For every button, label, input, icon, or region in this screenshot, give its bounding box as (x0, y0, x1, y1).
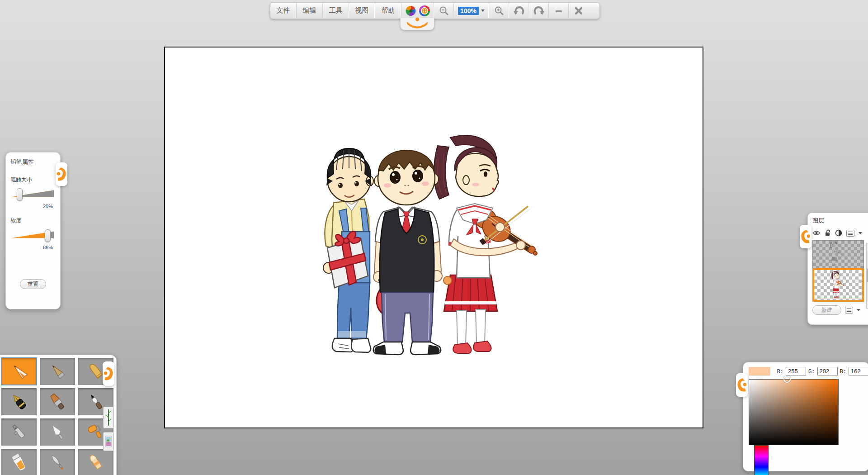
hue-slider[interactable] (754, 445, 769, 475)
saturation-value-picker[interactable] (749, 379, 839, 445)
panel-ear-icon (56, 166, 67, 183)
panel-ear-icon (736, 376, 748, 394)
bamboo-brush-set-button[interactable] (103, 407, 114, 428)
color-panel-handle[interactable] (736, 373, 748, 397)
layer-opacity-icon[interactable] (835, 229, 842, 237)
blue-input[interactable] (849, 367, 868, 375)
layer-item-sketch[interactable] (812, 240, 864, 268)
clown-logo-tab[interactable] (400, 18, 434, 30)
panel-ear-icon (103, 365, 114, 382)
green-input[interactable] (817, 367, 838, 375)
tool-wood-pen[interactable] (40, 358, 75, 385)
zoom-level-field[interactable]: 100% (454, 3, 489, 19)
color-picker-panel: R: G: B: Alpha (743, 362, 868, 471)
menu-view-label: 视图 (355, 6, 369, 15)
zoom-out-icon (439, 5, 449, 16)
redo-icon (533, 5, 545, 17)
artwork-girl-with-violin (434, 135, 537, 353)
logo-left-eye-icon[interactable] (405, 5, 417, 17)
wood-pen-tool-icon (47, 361, 67, 381)
brush-size-slider[interactable] (10, 188, 56, 202)
softness-slider-thumb[interactable] (45, 229, 51, 242)
eraser-tool-icon (86, 452, 106, 472)
zoom-in-button[interactable] (489, 3, 509, 19)
layer-menu-caret-icon[interactable] (859, 232, 862, 234)
palette-panel-handle[interactable] (103, 361, 114, 386)
color-picker-cursor[interactable] (783, 375, 791, 383)
logo-right-eye-icon[interactable] (419, 5, 430, 17)
red-label: R: (777, 368, 783, 375)
fountain-pen-tool-icon (9, 392, 29, 412)
zoom-level-value[interactable]: 100% (458, 7, 479, 15)
texture-image-button[interactable] (103, 432, 114, 451)
menu-view[interactable]: 视图 (349, 3, 375, 19)
layer-options-button[interactable] (845, 307, 853, 314)
new-layer-button[interactable]: 新建 (812, 305, 841, 315)
green-label: G: (808, 368, 815, 375)
pencil-panel-title: 铅笔属性 (10, 158, 56, 166)
layer-item-color[interactable] (812, 268, 864, 302)
tool-flat-brush[interactable] (40, 388, 75, 415)
menu-edit[interactable]: 编辑 (297, 3, 323, 19)
layer-options-caret-icon[interactable] (857, 309, 860, 311)
tool-airbrush[interactable] (1, 418, 37, 446)
tool-grid (1, 358, 98, 475)
paint-tube-tool-icon (9, 452, 29, 472)
close-button[interactable] (569, 3, 589, 19)
pencil-tool-icon (9, 361, 29, 381)
tool-marker-knife[interactable] (40, 449, 75, 475)
zoom-dropdown-caret-icon[interactable] (481, 10, 485, 12)
pencil-properties-panel: 铅笔属性 笔触大小 20% 软度 86% 重置 (5, 152, 61, 309)
layers-scrollbar[interactable] (866, 243, 868, 309)
canvas-artwork (165, 48, 703, 428)
rgb-row: R: G: B: (749, 367, 868, 375)
main-toolbar: 文件 编辑 工具 视图 帮助 (270, 2, 600, 19)
redo-button[interactable] (529, 3, 549, 19)
marker-knife-tool-icon (47, 452, 67, 472)
layers-panel-title: 图层 (812, 217, 868, 225)
layers-panel-handle[interactable] (800, 225, 811, 248)
zoom-in-icon (494, 5, 505, 16)
brush-palette-panel (0, 355, 117, 475)
layer-visibility-eye-icon[interactable] (812, 230, 821, 236)
brush-size-slider-thumb[interactable] (17, 188, 23, 201)
undo-icon (513, 5, 525, 17)
tool-pencil[interactable] (1, 358, 37, 385)
flat-brush-tool-icon (47, 392, 67, 412)
layer-color-thumbnail (814, 270, 861, 299)
airbrush-tool-icon (9, 422, 29, 442)
current-color-swatch[interactable] (749, 367, 770, 375)
reset-button[interactable]: 重置 (20, 279, 46, 289)
undo-button[interactable] (509, 3, 529, 19)
menu-tools[interactable]: 工具 (323, 3, 349, 19)
drawing-canvas[interactable] (164, 47, 703, 428)
close-icon (574, 6, 584, 16)
minimize-button[interactable] (549, 3, 569, 19)
clown-smile-icon (401, 18, 434, 29)
menu-edit-label: 编辑 (303, 6, 316, 15)
softness-label: 软度 (10, 217, 56, 225)
softness-value: 86% (10, 245, 56, 250)
menu-file[interactable]: 文件 (270, 3, 297, 19)
red-input[interactable] (786, 367, 806, 375)
layers-toolbar (812, 229, 868, 237)
pencil-panel-handle[interactable] (56, 162, 67, 186)
minimize-icon (554, 6, 564, 16)
layers-panel: 图层 (807, 213, 868, 325)
menu-help[interactable]: 帮助 (375, 3, 401, 19)
tool-eraser[interactable] (78, 449, 113, 475)
layer-list (812, 240, 864, 302)
tool-palette-knife[interactable] (40, 418, 75, 446)
menu-help-label: 帮助 (382, 6, 395, 15)
layers-bottom-bar: 新建 (812, 305, 868, 315)
tool-fountain-pen[interactable] (1, 388, 37, 415)
layer-lock-icon[interactable] (825, 229, 831, 237)
tool-paint-tube[interactable] (1, 449, 37, 475)
brush-size-value: 20% (10, 204, 56, 209)
softness-slider[interactable] (10, 229, 56, 243)
zoom-out-button[interactable] (434, 3, 454, 19)
blue-label: B: (840, 368, 846, 375)
bamboo-icon (105, 408, 112, 427)
layer-blend-menu-button[interactable] (846, 230, 854, 237)
brush-size-label: 笔触大小 (10, 176, 56, 184)
